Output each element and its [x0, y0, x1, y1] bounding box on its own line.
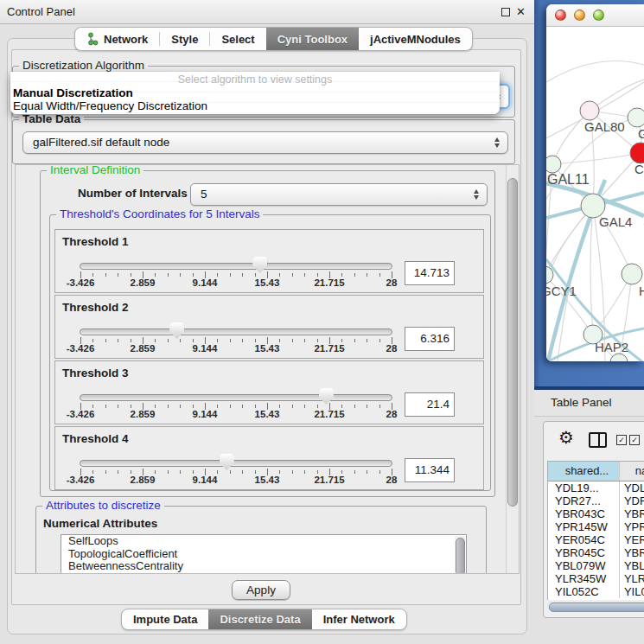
- network-node[interactable]: [622, 264, 642, 284]
- settings-scrollbar-thumb[interactable]: [507, 178, 518, 507]
- dropdown-arrows-icon: [494, 137, 500, 148]
- close-icon[interactable]: ✕: [516, 0, 526, 23]
- tick-mark: [367, 470, 367, 474]
- tab-network[interactable]: Network: [75, 28, 159, 50]
- tick-mark: [317, 405, 318, 408]
- network-node[interactable]: [580, 101, 599, 120]
- threshold-value-field[interactable]: 21.4: [405, 392, 455, 417]
- table-cell: YBL079W: [620, 559, 644, 572]
- close-traffic-light-icon[interactable]: [555, 10, 566, 21]
- threshold-slider-track[interactable]: [80, 460, 392, 467]
- tick-label: 28: [386, 475, 398, 485]
- list-item[interactable]: SelfLoops: [61, 535, 466, 548]
- tick-label: 15.43: [255, 409, 280, 419]
- network-canvas[interactable]: GAL80GAGAL11CGAL4GCY1HHAP2: [546, 27, 644, 361]
- threshold-slider-track[interactable]: [80, 263, 392, 270]
- minimize-traffic-light-icon[interactable]: [574, 10, 585, 21]
- tick-mark: [131, 470, 131, 474]
- bottom-tab-bar: Impute DataDiscretize DataInfer Network: [121, 609, 407, 630]
- tab-label: Discretize Data: [220, 613, 300, 626]
- thresholds-group-title: Threshold's Coordinates for 5 Intervals: [56, 207, 263, 220]
- table-cell: YPR145W: [548, 520, 620, 533]
- threshold-label: Threshold 1: [62, 235, 129, 248]
- settings-vertical-scrollbar[interactable]: [506, 165, 519, 573]
- table-row[interactable]: YIL052CYIL052C: [548, 585, 644, 598]
- algorithm-popup-options: Manual DiscretizationEqual Width/Frequen…: [10, 86, 500, 112]
- table-row[interactable]: YDR27...YDR27...: [548, 494, 644, 507]
- algorithm-option-equal-width-frequency-discretization[interactable]: Equal Width/Frequency Discretization: [10, 99, 500, 112]
- split-table-icon[interactable]: [589, 432, 607, 448]
- threshold-slider-track[interactable]: [80, 328, 392, 335]
- tick-label: 21.715: [314, 475, 344, 485]
- table-row[interactable]: YBR045CYBR045C: [548, 546, 644, 559]
- tick-mark: [354, 339, 355, 342]
- tick-mark: [193, 339, 194, 342]
- checkbox-icon[interactable]: ✓: [629, 435, 640, 445]
- table-row[interactable]: YDL19...YDL19...: [548, 481, 644, 494]
- network-node[interactable]: [610, 354, 628, 361]
- gear-icon[interactable]: ⚙: [558, 429, 574, 446]
- table-row[interactable]: YBR043CYBR043C: [548, 507, 644, 520]
- column-header-na[interactable]: na...: [620, 462, 644, 481]
- network-view-window[interactable]: GAL80GAGAL11CGAL4GCY1HHAP2: [546, 4, 644, 361]
- tab-cyni-toolbox[interactable]: Cyni Toolbox: [266, 28, 359, 50]
- numerical-attributes-list[interactable]: SelfLoopsTopologicalCoefficientBetweenne…: [61, 534, 467, 574]
- table-row[interactable]: YER054CYER054C: [548, 533, 644, 546]
- tick-label: -3.426: [67, 475, 95, 485]
- attributes-list-scrollbar-thumb[interactable]: [456, 538, 465, 574]
- tab-style[interactable]: Style: [160, 28, 209, 50]
- table-cell: YDR27...: [620, 494, 644, 507]
- tick-label: 28: [386, 343, 398, 354]
- threshold-value-field[interactable]: 11.344: [405, 458, 455, 482]
- tab-discretize-data[interactable]: Discretize Data: [208, 609, 311, 629]
- tick-mark: [242, 273, 243, 277]
- table-cell: YPR145W: [620, 520, 644, 533]
- node-label: HAP2: [595, 340, 628, 354]
- tick-mark: [230, 405, 231, 408]
- table-horizontal-scrollbar-thumb[interactable]: [549, 603, 644, 612]
- tab-impute-data[interactable]: Impute Data: [122, 609, 208, 629]
- table-row[interactable]: YPR145WYPR145W: [548, 520, 644, 533]
- threshold-slider-track[interactable]: [80, 394, 392, 401]
- checkbox-icon[interactable]: ✓: [616, 435, 627, 445]
- tick-label: 21.715: [314, 277, 344, 288]
- network-node[interactable]: [546, 156, 561, 173]
- node-label: C: [634, 162, 644, 176]
- float-window-icon[interactable]: [501, 8, 510, 16]
- number-of-intervals-spinner[interactable]: 5: [190, 183, 488, 206]
- list-item[interactable]: BetweennessCentrality: [61, 560, 466, 573]
- tick-label: 2.859: [131, 475, 156, 485]
- tick-mark: [131, 405, 131, 408]
- attributes-list-scrollbar[interactable]: [455, 536, 465, 574]
- tick-mark: [242, 339, 243, 342]
- tick-mark: [279, 339, 280, 342]
- node-attribute-table[interactable]: shared...na... YDL19...YDL19...YDR27...Y…: [547, 461, 644, 600]
- table-cell: YBL079W: [548, 559, 620, 572]
- tab-infer-network[interactable]: Infer Network: [312, 609, 406, 629]
- tick-mark: [118, 405, 118, 408]
- node-label: GCY1: [546, 284, 577, 298]
- table-horizontal-scrollbar[interactable]: [547, 602, 644, 611]
- zoom-traffic-light-icon[interactable]: [593, 10, 604, 21]
- tab-select[interactable]: Select: [210, 28, 265, 50]
- list-item[interactable]: TopologicalCoefficient: [61, 548, 466, 561]
- threshold-value-field[interactable]: 14.713: [405, 261, 455, 285]
- table-row[interactable]: YLR345WYLR345W: [548, 572, 644, 585]
- column-header-shared[interactable]: shared...: [548, 462, 620, 481]
- tick-mark: [304, 339, 305, 342]
- table-panel-body: ⚙ ✓ ✓ shared...na... YDL19...YDL19...YDR…: [543, 421, 644, 618]
- table-data-select[interactable]: galFiltered.sif default node: [22, 131, 508, 154]
- threshold-value-field[interactable]: 6.316: [405, 327, 455, 351]
- apply-button[interactable]: Apply: [232, 580, 290, 600]
- tick-mark: [279, 405, 280, 408]
- tab-jactivemnodules[interactable]: jActiveMNodules: [359, 28, 472, 50]
- table-row[interactable]: YBL079WYBL079W: [548, 559, 644, 572]
- network-node[interactable]: [628, 108, 644, 127]
- settings-scroll-pane: Interval Definition Number of Intervals …: [15, 164, 520, 574]
- table-data-title: Table Data: [19, 112, 84, 125]
- tick-mark: [92, 405, 93, 408]
- tick-mark: [105, 470, 106, 474]
- table-header-row: shared...na...: [548, 462, 644, 481]
- algorithm-option-manual-discretization[interactable]: Manual Discretization: [10, 86, 500, 99]
- table-cell: YLR345W: [620, 572, 644, 585]
